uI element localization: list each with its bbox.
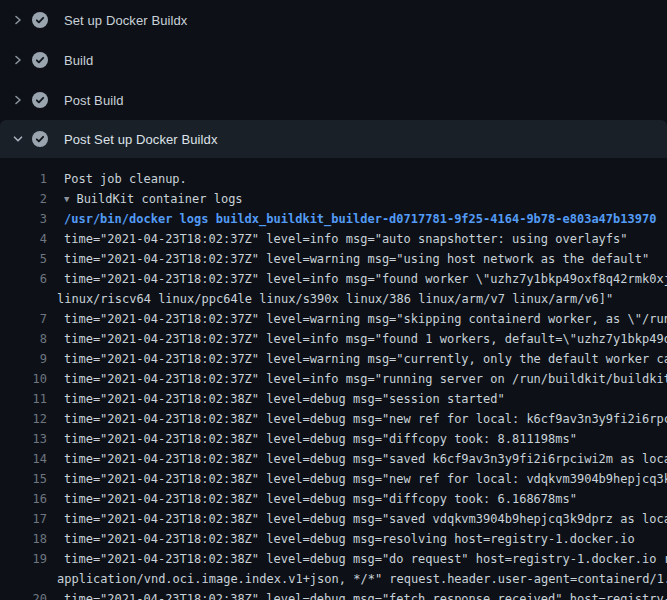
step-label: Post Build [64,93,124,108]
log-line: 16 time="2021-04-23T18:02:38Z" level=deb… [0,489,667,509]
command-text: /usr/bin/docker logs buildx_buildkit_bui… [47,209,656,229]
log-text: time="2021-04-23T18:02:37Z" level=info m… [47,269,667,289]
step-header-build[interactable]: Build [0,40,667,80]
line-number[interactable]: 11 [0,389,47,409]
line-number[interactable]: 5 [0,249,47,269]
step-header-set-up-docker-buildx[interactable]: Set up Docker Buildx [0,0,667,40]
log-text: time="2021-04-23T18:02:38Z" level=debug … [47,449,667,469]
log-line-continuation: linux/riscv64 linux/ppc64le linux/s390x … [0,289,667,309]
step-label: Build [64,53,93,68]
chevron-right-icon[interactable] [12,54,24,66]
log-line: 15 time="2021-04-23T18:02:38Z" level=deb… [0,469,667,489]
check-circle-icon [32,92,48,108]
check-circle-icon [32,12,48,28]
line-number[interactable]: 6 [0,269,47,289]
log-text: time="2021-04-23T18:02:38Z" level=debug … [47,589,667,600]
log-text: time="2021-04-23T18:02:37Z" level=info m… [47,229,628,249]
log-line: 8 time="2021-04-23T18:02:37Z" level=info… [0,329,667,349]
log-line: 10 time="2021-04-23T18:02:37Z" level=inf… [0,369,667,389]
log-text: time="2021-04-23T18:02:38Z" level=debug … [47,529,635,549]
collapse-group-icon[interactable]: ▼ [64,189,69,209]
log-line: 14 time="2021-04-23T18:02:38Z" level=deb… [0,449,667,469]
line-number[interactable]: 18 [0,529,47,549]
log-line: 17 time="2021-04-23T18:02:38Z" level=deb… [0,509,667,529]
line-number [0,569,47,589]
log-line: 6 time="2021-04-23T18:02:37Z" level=info… [0,269,667,289]
log-group-line: 2 ▼BuildKit container logs [0,189,667,209]
log-text: Post job cleanup. [47,169,187,189]
line-number[interactable]: 4 [0,229,47,249]
log-text: time="2021-04-23T18:02:37Z" level=warnin… [47,309,667,329]
log-line: 11 time="2021-04-23T18:02:38Z" level=deb… [0,389,667,409]
log-text: linux/riscv64 linux/ppc64le linux/s390x … [47,289,613,309]
log-line: 4 time="2021-04-23T18:02:37Z" level=info… [0,229,667,249]
line-number[interactable]: 7 [0,309,47,329]
log-line: 7 time="2021-04-23T18:02:37Z" level=warn… [0,309,667,329]
log-line: 12 time="2021-04-23T18:02:38Z" level=deb… [0,409,667,429]
line-number[interactable]: 19 [0,549,47,569]
line-number[interactable]: 8 [0,329,47,349]
log-text: time="2021-04-23T18:02:37Z" level=info m… [47,329,667,349]
log-line: 19 time="2021-04-23T18:02:38Z" level=deb… [0,549,667,569]
log-line: 13 time="2021-04-23T18:02:38Z" level=deb… [0,429,667,449]
log-line: 18 time="2021-04-23T18:02:38Z" level=deb… [0,529,667,549]
line-number [0,289,47,309]
check-circle-icon [32,52,48,68]
group-label[interactable]: BuildKit container logs [76,192,242,206]
steps-list: Set up Docker Buildx Build Post Build Po… [0,0,667,158]
log-text: time="2021-04-23T18:02:38Z" level=debug … [47,489,577,509]
log-viewer: 1 Post job cleanup. 2 ▼BuildKit containe… [0,160,667,600]
line-number[interactable]: 17 [0,509,47,529]
log-line: 20 time="2021-04-23T18:02:38Z" level=deb… [0,589,667,600]
line-number[interactable]: 9 [0,349,47,369]
line-number[interactable]: 10 [0,369,47,389]
line-number[interactable]: 1 [0,169,47,189]
log-text: time="2021-04-23T18:02:37Z" level=info m… [47,369,667,389]
line-number[interactable]: 20 [0,589,47,600]
line-number[interactable]: 3 [0,209,47,229]
line-number[interactable]: 12 [0,409,47,429]
chevron-down-icon[interactable] [12,133,24,145]
log-text: time="2021-04-23T18:02:38Z" level=debug … [47,469,667,489]
log-text: time="2021-04-23T18:02:38Z" level=debug … [47,429,577,449]
log-line: 9 time="2021-04-23T18:02:37Z" level=warn… [0,349,667,369]
log-text: time="2021-04-23T18:02:37Z" level=warnin… [47,349,667,369]
chevron-right-icon[interactable] [12,14,24,26]
log-line-continuation: application/vnd.oci.image.index.v1+json,… [0,569,667,589]
line-number[interactable]: 14 [0,449,47,469]
step-label: Post Set up Docker Buildx [64,132,218,147]
log-text: application/vnd.oci.image.index.v1+json,… [47,569,667,589]
step-label: Set up Docker Buildx [64,13,187,28]
chevron-right-icon[interactable] [12,94,24,106]
line-number[interactable]: 2 [0,189,47,209]
log-text: time="2021-04-23T18:02:38Z" level=debug … [47,389,505,409]
log-command-line: 3 /usr/bin/docker logs buildx_buildkit_b… [0,209,667,229]
line-number[interactable]: 13 [0,429,47,449]
line-number[interactable]: 15 [0,469,47,489]
log-text: time="2021-04-23T18:02:37Z" level=warnin… [47,249,649,269]
log-group-text: ▼BuildKit container logs [47,189,243,209]
log-line: 5 time="2021-04-23T18:02:37Z" level=warn… [0,249,667,269]
check-circle-icon [32,131,48,147]
log-text: time="2021-04-23T18:02:38Z" level=debug … [47,409,667,429]
log-text: time="2021-04-23T18:02:38Z" level=debug … [47,509,667,529]
log-text: time="2021-04-23T18:02:38Z" level=debug … [47,549,667,569]
line-number[interactable]: 16 [0,489,47,509]
log-line: 1 Post job cleanup. [0,169,667,189]
step-header-post-build[interactable]: Post Build [0,80,667,120]
step-header-post-set-up-docker-buildx[interactable]: Post Set up Docker Buildx [0,120,667,158]
